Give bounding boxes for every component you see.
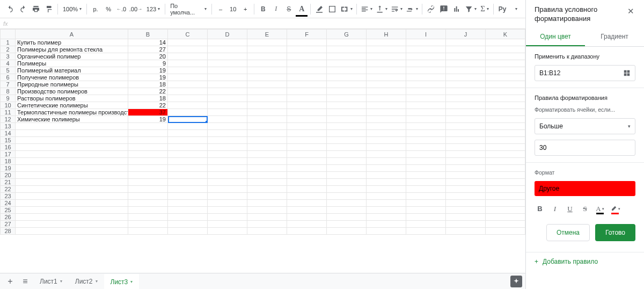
cell[interactable] — [367, 46, 406, 53]
cell[interactable] — [327, 60, 367, 67]
cell[interactable] — [247, 74, 287, 81]
cell[interactable] — [446, 144, 486, 151]
merge-button[interactable] — [339, 3, 353, 16]
cell[interactable] — [287, 81, 327, 88]
range-input[interactable]: B1:B12 — [535, 65, 635, 81]
cell[interactable] — [247, 53, 287, 60]
cell[interactable] — [247, 60, 287, 67]
chart-button[interactable] — [451, 3, 463, 16]
cell[interactable] — [168, 186, 208, 193]
row-header[interactable]: 4 — [1, 60, 16, 67]
cell[interactable] — [327, 137, 367, 144]
cell[interactable] — [406, 109, 446, 116]
cell[interactable]: Купить полимер — [16, 39, 128, 46]
cell[interactable] — [327, 158, 367, 165]
sheet-tab[interactable]: Лист3▾ — [104, 274, 140, 289]
cell[interactable] — [287, 74, 327, 81]
cell[interactable] — [486, 172, 525, 179]
cell[interactable] — [327, 39, 367, 46]
cell[interactable] — [486, 102, 525, 109]
cell[interactable] — [327, 179, 367, 186]
cell[interactable] — [168, 158, 208, 165]
cell[interactable] — [128, 123, 168, 130]
text-color-button[interactable]: A — [296, 3, 308, 16]
cell[interactable] — [208, 214, 247, 221]
cell[interactable] — [367, 60, 406, 67]
bold-toggle[interactable]: B — [535, 204, 545, 214]
cell[interactable] — [327, 95, 367, 102]
cell[interactable] — [406, 60, 446, 67]
cell[interactable] — [327, 81, 367, 88]
bold-button[interactable]: B — [257, 3, 269, 16]
cell[interactable] — [446, 53, 486, 60]
cell[interactable] — [446, 74, 486, 81]
cell[interactable]: Химические полимеры — [16, 116, 128, 123]
cell[interactable] — [406, 81, 446, 88]
cell[interactable] — [446, 214, 486, 221]
cell[interactable] — [327, 46, 367, 53]
cell[interactable] — [208, 221, 247, 228]
cell[interactable] — [287, 88, 327, 95]
cell[interactable] — [208, 53, 247, 60]
cell[interactable] — [486, 130, 525, 137]
cell[interactable] — [247, 123, 287, 130]
cell[interactable]: 27 — [128, 46, 168, 53]
row-header[interactable]: 18 — [1, 158, 16, 165]
font-size-select[interactable]: 10 — [228, 3, 238, 16]
cell[interactable] — [208, 95, 247, 102]
cell[interactable] — [367, 109, 406, 116]
cell[interactable] — [367, 172, 406, 179]
cell[interactable] — [168, 116, 208, 123]
cell[interactable] — [486, 74, 525, 81]
cell[interactable] — [327, 207, 367, 214]
print-button[interactable] — [30, 3, 42, 16]
all-sheets-button[interactable]: ≡ — [18, 274, 32, 288]
cell[interactable] — [168, 172, 208, 179]
cell[interactable] — [327, 221, 367, 228]
column-header[interactable]: F — [287, 30, 327, 39]
cell[interactable] — [486, 221, 525, 228]
font-select[interactable]: По умолча... — [168, 3, 209, 16]
row-header[interactable]: 14 — [1, 130, 16, 137]
cancel-button[interactable]: Отмена — [546, 224, 590, 241]
cell[interactable] — [287, 172, 327, 179]
cell[interactable] — [168, 165, 208, 172]
cell[interactable] — [287, 144, 327, 151]
row-header[interactable]: 3 — [1, 53, 16, 60]
row-header[interactable]: 6 — [1, 74, 16, 81]
cell[interactable]: Полимеры — [16, 60, 128, 67]
cell[interactable] — [327, 116, 367, 123]
cell[interactable] — [168, 221, 208, 228]
cell[interactable] — [486, 60, 525, 67]
cell[interactable] — [486, 200, 525, 207]
done-button[interactable]: Готово — [595, 224, 635, 241]
cell[interactable] — [327, 74, 367, 81]
cell[interactable] — [168, 109, 208, 116]
cell[interactable] — [128, 207, 168, 214]
cell[interactable] — [287, 137, 327, 144]
cell[interactable] — [446, 39, 486, 46]
cell[interactable] — [327, 123, 367, 130]
cell[interactable] — [367, 221, 406, 228]
cell[interactable] — [168, 81, 208, 88]
cell[interactable] — [486, 53, 525, 60]
cell[interactable] — [208, 151, 247, 158]
column-header[interactable]: H — [367, 30, 406, 39]
row-header[interactable]: 15 — [1, 137, 16, 144]
link-button[interactable] — [425, 3, 437, 16]
cell[interactable] — [128, 186, 168, 193]
cell[interactable] — [287, 130, 327, 137]
cell[interactable] — [287, 200, 327, 207]
cell[interactable] — [327, 88, 367, 95]
cell[interactable] — [446, 137, 486, 144]
cell[interactable] — [367, 39, 406, 46]
cell[interactable] — [247, 130, 287, 137]
cell[interactable] — [247, 46, 287, 53]
cell[interactable] — [367, 130, 406, 137]
close-panel-button[interactable]: ✕ — [626, 5, 635, 17]
cell[interactable] — [128, 228, 168, 235]
cell[interactable]: 22 — [128, 88, 168, 95]
row-header[interactable]: 12 — [1, 116, 16, 123]
cell[interactable] — [406, 144, 446, 151]
cell[interactable] — [406, 95, 446, 102]
